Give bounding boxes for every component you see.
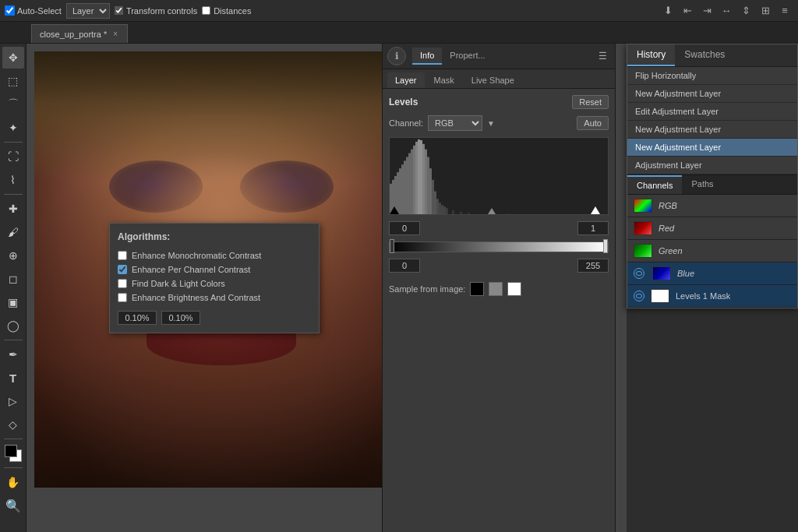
tab-filename: close_up_portra *	[40, 30, 107, 39]
info-circle-icon[interactable]: ℹ	[387, 47, 406, 65]
gradient-tool[interactable]: ▣	[2, 291, 24, 313]
black-sample-swatch[interactable]	[470, 282, 484, 296]
history-item-edit-adj[interactable]: Edit Adjustment Layer	[627, 103, 797, 121]
channel-red-row[interactable]: Red	[627, 217, 797, 240]
top-toolbar: Auto-Select Layer Transform controls Dis…	[0, 0, 798, 22]
info-tab[interactable]: Info	[412, 48, 442, 65]
algo-checkbox-2[interactable]	[118, 265, 127, 274]
black-point-input[interactable]: 0	[389, 221, 420, 235]
output-white-input[interactable]: 255	[577, 259, 609, 273]
output-white-handle[interactable]	[603, 239, 608, 253]
paths-tab[interactable]: Paths	[682, 175, 722, 194]
channel-green-row[interactable]: Green	[627, 240, 797, 262]
channel-select[interactable]: RGB	[428, 115, 482, 131]
distribute-icon[interactable]: ⇕	[737, 3, 754, 19]
panel-list-icon[interactable]: ☰	[595, 48, 610, 64]
transform-controls-group[interactable]: Transform controls	[115, 6, 197, 16]
live-shape-subtab[interactable]: Live Shape	[464, 72, 522, 88]
history-item-new-adj-1[interactable]: New Adjustment Layer	[627, 85, 797, 103]
algo-checkbox-4[interactable]	[118, 293, 127, 302]
white-point-input[interactable]: 1	[577, 221, 609, 235]
magic-wand-tool[interactable]: ✦	[2, 117, 24, 139]
document-tab[interactable]: close_up_portra * ×	[31, 24, 128, 43]
channel-rgb-row[interactable]: RGB	[627, 195, 797, 217]
crop-tool[interactable]: ⛶	[2, 146, 24, 167]
channel-dropdown-arrow[interactable]: ▼	[487, 119, 495, 128]
clone-stamp-tool[interactable]: ⊕	[2, 245, 24, 266]
move-tool[interactable]: ✥	[2, 47, 24, 69]
path-select-tool[interactable]: ▷	[2, 390, 24, 412]
mask-visibility-icon[interactable]	[634, 291, 644, 301]
history-item-adj-layer[interactable]: Adjustment Layer	[627, 157, 797, 174]
spacing-icon[interactable]: ⊞	[757, 3, 774, 19]
svg-rect-18	[432, 180, 434, 214]
input-fields-row: 0 1	[389, 221, 609, 235]
gray-sample-swatch[interactable]	[489, 282, 503, 296]
black-point-handle[interactable]	[390, 206, 399, 214]
history-tab[interactable]: History	[627, 44, 675, 66]
auto-select-checkbox-group[interactable]: Auto-Select	[5, 5, 62, 16]
layer-select[interactable]: Layer	[66, 3, 110, 19]
white-sample-swatch[interactable]	[507, 282, 521, 296]
algo-option-3[interactable]: Find Dark & Light Colors	[118, 277, 311, 291]
levels-1-mask-row[interactable]: Levels 1 Mask	[627, 285, 797, 308]
blue-visibility-icon[interactable]	[634, 268, 644, 279]
auto-select-checkbox[interactable]	[5, 5, 15, 16]
reset-button[interactable]: Reset	[572, 95, 609, 109]
algo-option-1[interactable]: Enhance Monochromatic Contrast	[118, 248, 311, 262]
eraser-tool[interactable]: ◻	[2, 268, 24, 290]
history-header: History Swatches	[627, 44, 797, 67]
auto-button[interactable]: Auto	[577, 116, 609, 130]
histogram	[389, 137, 609, 215]
rgb-channel-name: RGB	[659, 201, 677, 210]
dodge-tool[interactable]: ◯	[2, 315, 24, 336]
history-item-new-adj-3[interactable]: New Adjustment Layer	[627, 139, 797, 157]
shape-tool[interactable]: ◇	[2, 414, 24, 435]
text-tool[interactable]: T	[2, 367, 24, 389]
transform-controls-checkbox[interactable]	[115, 6, 123, 15]
channel-blue-row[interactable]: Blue	[627, 262, 797, 285]
lasso-tool[interactable]: ⌒	[2, 93, 24, 115]
white-point-handle[interactable]	[591, 206, 600, 214]
align-right-icon[interactable]: ↔	[718, 3, 735, 19]
distances-group[interactable]: Distances	[202, 6, 251, 16]
mid-point-handle[interactable]	[488, 208, 496, 214]
tab-close-button[interactable]: ×	[111, 29, 119, 39]
layer-subtab[interactable]: Layer	[387, 72, 425, 88]
eyedropper-tool[interactable]: ⌇	[2, 169, 24, 191]
tool-separator-4	[4, 439, 23, 439]
output-black-handle[interactable]	[390, 239, 394, 253]
rgb-thumbnail	[634, 199, 652, 213]
brush-tool[interactable]: 🖌	[2, 221, 24, 243]
clip-low-input[interactable]	[118, 311, 157, 325]
selection-rect-tool[interactable]: ⬚	[2, 70, 24, 92]
align-left-icon[interactable]: ⇤	[679, 3, 696, 19]
auto-select-label: Auto-Select	[17, 6, 62, 16]
hand-tool[interactable]: ✋	[2, 471, 24, 493]
output-black-input[interactable]: 0	[389, 259, 420, 273]
healing-tool[interactable]: ✚	[2, 198, 24, 220]
download-icon[interactable]: ⬇	[659, 3, 676, 19]
algo-label-2: Enhance Per Channel Contrast	[132, 265, 250, 274]
tab-bar: close_up_portra * ×	[0, 22, 798, 44]
clip-high-input[interactable]	[161, 311, 200, 325]
algo-checkbox-1[interactable]	[118, 251, 127, 260]
mask-subtab[interactable]: Mask	[426, 72, 462, 88]
svg-rect-12	[418, 139, 420, 214]
color-swatches[interactable]	[5, 445, 22, 462]
algo-option-2[interactable]: Enhance Per Channel Contrast	[118, 262, 311, 277]
properties-tab[interactable]: Propert...	[442, 48, 493, 65]
pen-tool[interactable]: ✒	[2, 344, 24, 365]
channels-tab[interactable]: Channels	[627, 175, 682, 194]
transform-controls-label: Transform controls	[126, 6, 197, 16]
distances-checkbox[interactable]	[202, 6, 210, 15]
swatches-tab[interactable]: Swatches	[675, 44, 734, 66]
history-item-flip[interactable]: Flip Horizontally	[627, 67, 797, 85]
foreground-color-swatch[interactable]	[5, 445, 17, 457]
history-item-new-adj-2[interactable]: New Adjustment Layer	[627, 121, 797, 139]
zoom-tool[interactable]: 🔍	[2, 495, 24, 516]
more-icon[interactable]: ≡	[776, 3, 793, 19]
align-center-icon[interactable]: ⇥	[698, 3, 715, 19]
algo-option-4[interactable]: Enhance Brightness And Contrast	[118, 291, 311, 305]
algo-checkbox-3[interactable]	[118, 279, 127, 288]
